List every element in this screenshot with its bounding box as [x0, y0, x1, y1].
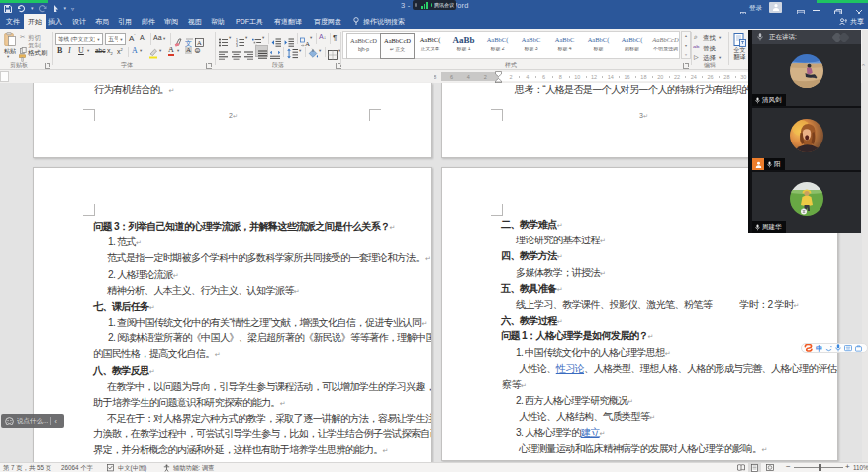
tab-review[interactable]: 审阅 [161, 14, 181, 29]
tab-baidu-netdisk[interactable]: 百度网盘 [313, 14, 342, 29]
line-spacing-dropdown-icon[interactable]: ▾ [299, 49, 301, 54]
ime-emoticon-icon[interactable] [825, 345, 832, 352]
paste-dropdown-icon[interactable]: ▾ [7, 55, 9, 60]
bullets-dropdown-icon[interactable]: ▾ [229, 36, 231, 41]
ime-keyboard-icon[interactable] [844, 345, 852, 352]
collapse-chatbar-icon[interactable]: ‹ [54, 418, 56, 425]
meeting-chat-quickbar[interactable]: 说点什么... ‹ [1, 414, 64, 428]
account-label[interactable]: 登录 [749, 4, 762, 13]
find-icon[interactable]: ⌕ [694, 33, 698, 41]
change-case-dropdown-icon[interactable]: ▾ [163, 37, 165, 42]
paste-label[interactable]: 粘贴 [2, 47, 18, 56]
show-marks-icon[interactable]: ¶ [333, 33, 337, 42]
align-center-icon[interactable] [232, 47, 241, 64]
ime-toolbar[interactable]: 中 [801, 343, 868, 353]
underline-button[interactable]: U [78, 47, 84, 55]
font-size-combo[interactable]: 五号▾ [105, 33, 126, 45]
chat-input-placeholder[interactable]: 说点什么... [17, 417, 48, 425]
share-button[interactable]: 共享 [839, 14, 864, 29]
grow-font-icon[interactable]: Aˆ [129, 33, 136, 43]
ime-mic-icon[interactable] [835, 344, 841, 352]
text-effects-dropdown-icon[interactable]: ▾ [140, 49, 142, 54]
video-tile-2[interactable]: 阳 [752, 108, 861, 170]
video-tile-1[interactable]: 清风剑 [752, 44, 861, 106]
font-name-combo[interactable]: 等线 (中文正文)▾ [55, 33, 103, 45]
find-dropdown-icon[interactable]: ▾ [719, 36, 721, 41]
select-dropdown-icon[interactable]: ▾ [719, 56, 721, 61]
tellme-bulb-icon[interactable] [352, 14, 360, 29]
line-spacing-icon[interactable] [287, 46, 298, 63]
video-tile-3[interactable]: 周建华 [752, 172, 861, 233]
tab-references[interactable]: 引用 [115, 14, 135, 29]
styles-dialog-launcher-icon[interactable] [683, 63, 689, 69]
change-case-icon[interactable]: Aa [153, 34, 162, 41]
first-line-indent-marker[interactable] [495, 71, 502, 77]
proofing-icon[interactable] [107, 464, 114, 472]
subscript-button[interactable]: x2 [107, 47, 113, 56]
style-item[interactable]: AaBbC(正文文本 [414, 33, 446, 57]
cut-icon[interactable]: ✂ [20, 33, 25, 41]
accessibility-status[interactable]: 辅助功能: 调查 [173, 464, 214, 472]
vertical-scrollbar[interactable] [862, 30, 868, 462]
format-painter-label[interactable]: 格式刷 [28, 49, 48, 58]
styles-gallery-scroll[interactable]: ▴▾▿ [681, 31, 691, 59]
italic-button[interactable]: I [68, 47, 71, 55]
shading-dropdown-icon[interactable]: ▾ [319, 49, 321, 54]
meeting-video-panel[interactable]: 正在讲话: 清风剑 [748, 30, 861, 233]
ruler-corner-box[interactable] [0, 71, 9, 82]
ime-toolbox-icon[interactable] [855, 345, 862, 352]
account-avatar[interactable] [769, 2, 782, 13]
font-color-dropdown-icon[interactable]: ▾ [177, 49, 179, 54]
language-indicator[interactable]: 中文(中国) [118, 464, 146, 472]
sort-icon[interactable]: A↓ [319, 33, 326, 40]
ime-mode-chinese[interactable]: 中 [816, 345, 822, 352]
full-translate-label2[interactable]: 翻译 [731, 54, 748, 61]
style-item[interactable]: AaBbC(副标题 [616, 33, 648, 57]
tab-insert[interactable]: 插入 [46, 14, 65, 29]
tab-pdf-tools[interactable]: PDF工具集 [233, 14, 266, 29]
character-shading-icon[interactable]: A [185, 47, 192, 54]
horizontal-ruler[interactable]: 864224681012141618202224262830 [441, 72, 749, 81]
style-item[interactable]: AaBbCcD↵ 正文 [380, 33, 415, 59]
align-left-icon[interactable] [219, 47, 228, 64]
find-label[interactable]: 查找 [703, 34, 716, 43]
zoom-level[interactable]: 110% [853, 464, 868, 472]
shading-icon[interactable] [308, 46, 319, 63]
tab-home[interactable]: 开始 [24, 14, 46, 29]
style-item[interactable]: AaBbC标题 3 [515, 33, 547, 57]
web-layout-view-icon[interactable] [763, 463, 776, 472]
underline-dropdown-icon[interactable]: ▾ [87, 49, 89, 54]
word-count[interactable]: 26064 个字 [61, 464, 93, 472]
zoom-in-button[interactable]: + [845, 463, 850, 471]
tab-view[interactable]: 视图 [185, 14, 205, 29]
style-item[interactable]: AaBbC(标题 [582, 33, 615, 57]
style-item[interactable]: AaBbCcDbjh-p [346, 33, 381, 59]
style-item[interactable]: AaBbC(标题 2 [481, 33, 514, 57]
font-dialog-launcher-icon[interactable] [206, 63, 212, 69]
page-indicator[interactable]: 第 7 页，共 55 页 [3, 464, 51, 472]
tab-layout[interactable]: 布局 [92, 14, 112, 29]
asian-layout-dropdown-icon[interactable]: ▾ [310, 36, 312, 41]
multilevel-dropdown-icon[interactable]: ▾ [262, 36, 264, 41]
read-mode-view-icon[interactable] [734, 463, 747, 472]
emoji-icon[interactable] [5, 417, 14, 425]
clipboard-dialog-launcher-icon[interactable] [45, 63, 50, 69]
zoom-slider-thumb[interactable] [819, 464, 821, 471]
replace-icon[interactable]: ab [693, 44, 700, 49]
select-icon[interactable]: ▷ [694, 53, 699, 60]
replace-label[interactable]: 替换 [703, 45, 716, 53]
tab-help[interactable]: 帮助 [208, 14, 228, 29]
bold-button[interactable]: B [57, 47, 62, 55]
enclose-characters-icon[interactable]: ⊜ [194, 47, 201, 55]
tab-youdao-translate[interactable]: 有道翻译 [273, 14, 303, 29]
tellme-search[interactable]: 操作说明搜索 [362, 14, 406, 29]
tab-file[interactable]: 文件 [3, 14, 23, 29]
text-effects-icon[interactable]: A [132, 47, 138, 55]
style-item[interactable]: AaBbCcD不明显强调 [649, 33, 682, 57]
numbering-dropdown-icon[interactable]: ▾ [245, 36, 247, 41]
superscript-button[interactable]: x2 [117, 47, 123, 55]
font-color-icon[interactable]: A [168, 46, 174, 56]
highlight-dropdown-icon[interactable]: ▾ [159, 49, 161, 54]
full-translate-label1[interactable]: 全文 [731, 47, 748, 54]
justify-button-active[interactable] [255, 45, 268, 57]
